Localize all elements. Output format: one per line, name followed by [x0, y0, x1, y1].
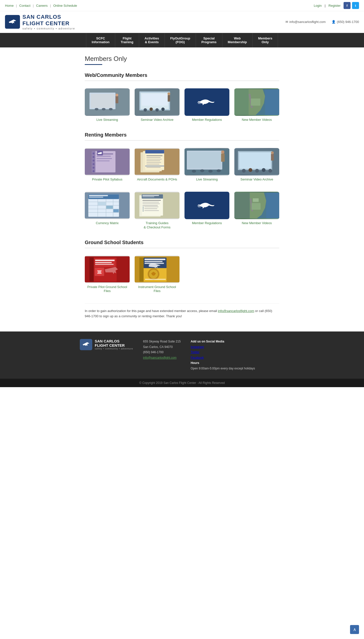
card-new-member-videos-2[interactable]: New Member Videos	[234, 192, 279, 230]
card-label-seminar-2: Seminar Video Archive	[240, 177, 273, 182]
svg-rect-117	[266, 192, 279, 219]
footer-twitter[interactable]: Twitter	[191, 350, 200, 354]
web-community-grid: Live Streaming	[85, 88, 279, 122]
svg-point-75	[255, 169, 259, 172]
nav-contact[interactable]: Contact	[19, 4, 30, 8]
footer-instagram[interactable]: Instagram	[191, 345, 204, 349]
svg-rect-5	[116, 96, 118, 103]
svg-rect-126	[95, 262, 112, 263]
svg-rect-54	[146, 162, 161, 163]
card-label-documents: Aircraft Documents & POHs	[137, 177, 177, 182]
card-label-private-ground: Private Pilot Ground School Files	[85, 285, 130, 294]
card-label-new-member-1: New Member Videos	[242, 118, 272, 122]
svg-point-103	[142, 206, 144, 207]
nav-members-only[interactable]: MembersOnly	[252, 33, 278, 47]
footer-note-text: In order to gain authorization for this …	[85, 309, 218, 313]
card-label-live-streaming-1: Live Streaming	[96, 118, 118, 122]
facebook-icon[interactable]: f	[344, 2, 350, 9]
svg-point-16	[144, 108, 147, 112]
svg-rect-51	[146, 157, 160, 158]
phone-icon: 👤	[332, 20, 336, 24]
nav-activities-events[interactable]: Activities& Events	[139, 33, 165, 47]
svg-rect-130	[98, 272, 101, 272]
phak-svg	[85, 256, 130, 283]
page-content: Members Only Web/Community Members	[80, 47, 284, 331]
footer-email-link[interactable]: info@sancarlosflight.com	[218, 309, 254, 313]
page-title: Members Only	[85, 55, 279, 63]
footer-logo-icon	[80, 339, 92, 350]
register-link[interactable]: Register	[328, 4, 340, 8]
svg-rect-127	[95, 264, 114, 265]
svg-rect-131	[97, 273, 102, 274]
login-link[interactable]: Login	[314, 4, 322, 8]
svg-rect-81	[89, 195, 108, 196]
footer-email[interactable]: info@sancarlosflight.com	[143, 356, 176, 359]
tagline: safety • community • adventure	[22, 27, 75, 30]
card-label-member-regulations-1: Member Regulations	[192, 118, 222, 122]
aerial-svg-2	[234, 192, 279, 219]
nav-flight-training[interactable]: FlightTraining	[115, 33, 139, 47]
classroom-svg	[85, 88, 130, 116]
card-aircraft-documents[interactable]: Aircraft Documents & POHs	[135, 148, 180, 182]
card-seminar-archive-2[interactable]: Seminar Video Archive	[234, 148, 279, 182]
svg-point-36	[92, 163, 94, 165]
card-private-pilot-ground[interactable]: Private Pilot Ground School Files	[85, 256, 130, 294]
card-member-regulations-2[interactable]: Member Regulations	[184, 192, 229, 230]
card-member-regulations-1[interactable]: Member Regulations	[184, 88, 229, 122]
card-image-member-regulations-2	[184, 192, 229, 219]
card-label-training: Training Guides& Checkout Forms	[144, 221, 170, 230]
nav-scfc-information[interactable]: SCFCInformation	[86, 33, 116, 47]
nav-special-programs[interactable]: SpecialPrograms	[196, 33, 222, 47]
nav-web-membership[interactable]: WebMembership	[222, 33, 253, 47]
logo-icon[interactable]	[5, 15, 20, 29]
nav-flyoutgroup[interactable]: FlyOutGroup(FOG)	[165, 33, 196, 47]
site-header: SAN CARLOSFLIGHT CENTER safety • communi…	[0, 11, 364, 33]
card-label-member-regulations-2: Member Regulations	[192, 221, 222, 226]
footer-facebook[interactable]: Facebook	[191, 356, 204, 359]
copyright-bar: © Copyright 2019 San Carlos Flight Cente…	[0, 379, 364, 387]
card-instrument-ground[interactable]: Instrument Ground School Files	[135, 256, 180, 294]
card-label-currency: Currency Matrix	[96, 221, 119, 226]
footer-logo-text: SAN CARLOSFLIGHT CENTER safety • communi…	[95, 339, 133, 350]
svg-point-19	[161, 108, 164, 111]
svg-rect-71	[271, 154, 274, 161]
plane-icon-svg-1	[197, 95, 217, 110]
card-currency-matrix[interactable]: Currency Matrix	[85, 192, 130, 230]
card-private-pilot-syllabus[interactable]: Private Pilot Syllabus	[85, 148, 130, 182]
nav-careers[interactable]: Careers	[36, 4, 48, 8]
svg-rect-55	[146, 164, 159, 164]
auth-and-social: Login | Register f t	[314, 2, 359, 9]
section-title-ground-school: Ground School Students	[85, 240, 279, 245]
documents-svg	[135, 148, 180, 175]
svg-rect-50	[146, 155, 162, 156]
renting-grid-row2: Currency Matrix	[85, 192, 279, 230]
plane-icon-svg-2	[197, 198, 217, 213]
divider-web-community	[85, 81, 279, 81]
card-live-streaming-2[interactable]: Live Streaming	[184, 148, 229, 182]
nav-home[interactable]: Home	[5, 4, 14, 8]
card-live-streaming-1[interactable]: Live Streaming	[85, 88, 130, 122]
svg-rect-118	[252, 203, 260, 210]
copyright-text: © Copyright 2019 San Carlos Flight Cente…	[139, 381, 225, 385]
divider-ground-school	[85, 248, 279, 248]
footer-logo: SAN CARLOSFLIGHT CENTER safety • communi…	[80, 339, 133, 350]
card-training-guides[interactable]: Training Guides& Checkout Forms	[135, 192, 180, 230]
aerial-svg-1	[234, 88, 279, 116]
card-image-phak	[85, 256, 130, 283]
svg-point-105	[142, 208, 144, 209]
top-bar: Home | Contact | Careers | Online Schedu…	[0, 0, 364, 11]
svg-rect-70	[239, 152, 271, 169]
svg-rect-42	[96, 160, 110, 161]
svg-rect-119	[253, 198, 259, 202]
nav-online-schedule[interactable]: Online Schedule	[53, 4, 77, 8]
footer-tagline: safety • community • adventure	[95, 347, 133, 350]
svg-rect-104	[144, 206, 158, 207]
twitter-icon[interactable]: t	[352, 2, 359, 9]
card-new-member-videos-1[interactable]: New Member Videos	[234, 88, 279, 122]
card-image-live-streaming-2	[184, 148, 229, 175]
svg-point-72	[271, 151, 274, 154]
svg-rect-29	[251, 99, 260, 106]
svg-point-67	[217, 169, 221, 172]
card-seminar-archive-1[interactable]: Seminar Video Archive	[135, 88, 180, 122]
logo-text: SAN CARLOSFLIGHT CENTER safety • communi…	[22, 14, 75, 30]
